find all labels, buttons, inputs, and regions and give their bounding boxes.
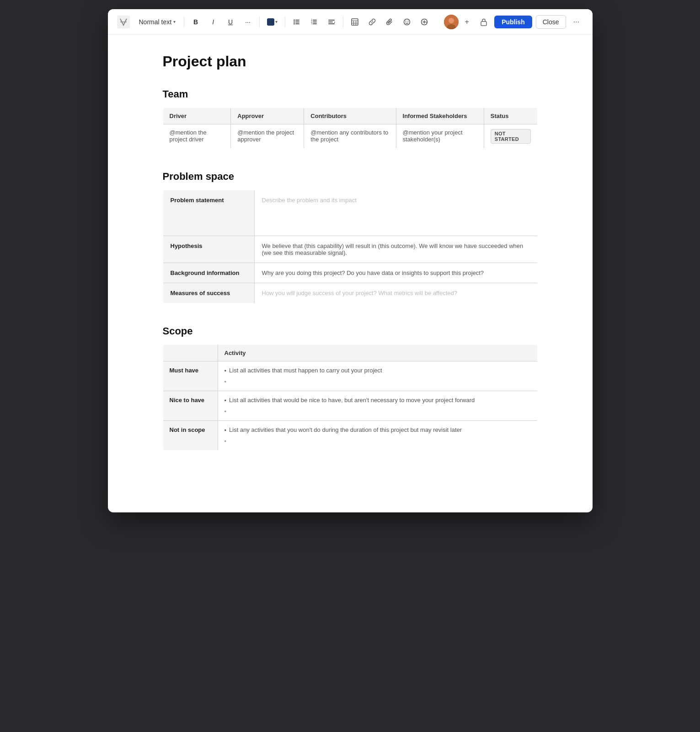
problem-statement-placeholder: Describe the problem and its impact bbox=[262, 197, 357, 204]
bullet-icon: • bbox=[224, 378, 227, 385]
svg-point-2 bbox=[294, 19, 295, 21]
problem-section: Problem space Problem statement Describe… bbox=[163, 171, 538, 303]
svg-point-25 bbox=[408, 21, 409, 22]
team-stakeholders-cell[interactable]: @mention your project stakeholder(s) bbox=[396, 124, 484, 149]
measures-label: Measures of success bbox=[163, 283, 254, 303]
team-col-contributors: Contributors bbox=[304, 108, 396, 124]
svg-rect-15 bbox=[328, 22, 333, 22]
team-table: Driver Approver Contributors Informed St… bbox=[163, 108, 538, 149]
toolbar-right: + Publish Close ··· bbox=[444, 15, 583, 29]
bullet-icon: • bbox=[224, 427, 227, 434]
avatar-image bbox=[444, 15, 459, 29]
not-in-scope-text: List any activities that you won't do du… bbox=[229, 426, 462, 433]
measures-placeholder: How you will judge success of your proje… bbox=[262, 290, 458, 296]
svg-point-23 bbox=[404, 19, 410, 25]
publish-button[interactable]: Publish bbox=[494, 16, 532, 28]
list-item: • bbox=[224, 378, 531, 385]
bullet-icon: • bbox=[224, 397, 227, 404]
bullet-icon: • bbox=[224, 438, 227, 445]
svg-rect-11 bbox=[313, 22, 317, 22]
background-label: Background information bbox=[163, 263, 254, 283]
lock-icon[interactable] bbox=[477, 15, 491, 29]
table-button[interactable] bbox=[348, 15, 362, 29]
team-status-cell[interactable]: NOT STARTED bbox=[484, 124, 537, 149]
color-swatch bbox=[267, 18, 274, 26]
text-style-selector[interactable]: Normal text ▾ bbox=[135, 16, 180, 27]
nice-to-have-cell[interactable]: • List all activities that would be nice… bbox=[218, 391, 537, 421]
svg-rect-5 bbox=[295, 22, 299, 22]
team-table-header-row: Driver Approver Contributors Informed St… bbox=[163, 108, 537, 124]
list-item: • bbox=[224, 437, 531, 445]
text-style-label: Normal text bbox=[139, 18, 172, 26]
hypothesis-cell[interactable]: We believe that (this capability) will r… bbox=[254, 236, 537, 263]
color-button[interactable]: ▾ bbox=[264, 16, 280, 27]
not-in-scope-label: Not in scope bbox=[163, 421, 218, 451]
scope-section-title: Scope bbox=[163, 325, 538, 337]
attachment-button[interactable] bbox=[383, 15, 396, 29]
list-item: • List all activities that must happen t… bbox=[224, 367, 531, 374]
table-row: Not in scope • List any activities that … bbox=[163, 421, 537, 451]
svg-marker-17 bbox=[334, 22, 335, 23]
bold-button[interactable]: B bbox=[189, 15, 203, 29]
svg-point-24 bbox=[406, 21, 406, 22]
scope-section: Scope Activity Must have • List all bbox=[163, 325, 538, 451]
team-section: Team Driver Approver Contributors Inform… bbox=[163, 88, 538, 149]
underline-button[interactable]: U bbox=[224, 15, 237, 29]
color-chevron-icon: ▾ bbox=[275, 19, 278, 24]
svg-rect-18 bbox=[352, 19, 358, 25]
must-have-cell[interactable]: • List all activities that must happen t… bbox=[218, 361, 537, 391]
editor-content: Project plan Team Driver Approver Contri… bbox=[108, 35, 593, 500]
italic-button[interactable]: I bbox=[206, 15, 220, 29]
page-title[interactable]: Project plan bbox=[163, 53, 538, 70]
svg-rect-3 bbox=[295, 20, 299, 21]
svg-point-4 bbox=[294, 21, 295, 22]
scope-empty-header bbox=[163, 345, 218, 361]
svg-rect-13 bbox=[313, 23, 317, 24]
team-col-stakeholders: Informed Stakeholders bbox=[396, 108, 484, 124]
scope-activity-header: Activity bbox=[218, 345, 537, 361]
avatar[interactable] bbox=[444, 15, 459, 29]
table-row: Problem statement Describe the problem a… bbox=[163, 190, 537, 236]
list-item: • List all activities that would be nice… bbox=[224, 397, 531, 404]
measures-cell[interactable]: How you will judge success of your proje… bbox=[254, 283, 537, 303]
bullet-list-button[interactable] bbox=[290, 15, 304, 29]
hypothesis-label: Hypothesis bbox=[163, 236, 254, 263]
chevron-down-icon: ▾ bbox=[173, 19, 176, 24]
status-badge: NOT STARTED bbox=[491, 129, 531, 144]
list-item: • bbox=[224, 408, 531, 415]
table-row: Hypothesis We believe that (this capabil… bbox=[163, 236, 537, 263]
svg-rect-7 bbox=[295, 23, 299, 24]
team-driver-cell[interactable]: @mention the project driver bbox=[163, 124, 231, 149]
toolbar: Normal text ▾ B I U ··· ▾ 1.2.3. bbox=[108, 9, 593, 35]
logo-icon[interactable] bbox=[117, 16, 130, 28]
list-item: • List any activities that you won't do … bbox=[224, 426, 531, 434]
svg-point-6 bbox=[294, 23, 295, 24]
problem-table: Problem statement Describe the problem a… bbox=[163, 190, 538, 303]
table-row: Nice to have • List all activities that … bbox=[163, 391, 537, 421]
emoji-button[interactable] bbox=[400, 15, 414, 29]
svg-rect-16 bbox=[328, 23, 335, 24]
svg-rect-14 bbox=[328, 20, 335, 21]
background-text: Why are you doing this project? Do you h… bbox=[262, 269, 484, 276]
numbered-list-button[interactable]: 1.2.3. bbox=[307, 15, 321, 29]
link-button[interactable] bbox=[365, 15, 379, 29]
more-format-button[interactable]: ··· bbox=[241, 15, 255, 29]
bullet-icon: • bbox=[224, 408, 227, 415]
scope-header-row: Activity bbox=[163, 345, 537, 361]
divider-2 bbox=[259, 16, 260, 27]
team-approver-cell[interactable]: @mention the project approver bbox=[231, 124, 304, 149]
divider-4 bbox=[343, 16, 343, 27]
table-row: Background information Why are you doing… bbox=[163, 263, 537, 283]
not-in-scope-cell[interactable]: • List any activities that you won't do … bbox=[218, 421, 537, 451]
add-collaborator-button[interactable]: + bbox=[460, 16, 473, 28]
insert-button[interactable] bbox=[417, 15, 431, 29]
team-contributors-cell[interactable]: @mention any contributors to the project bbox=[304, 124, 396, 149]
problem-section-title: Problem space bbox=[163, 171, 538, 183]
close-button[interactable]: Close bbox=[536, 15, 566, 29]
align-button[interactable] bbox=[325, 15, 338, 29]
background-cell[interactable]: Why are you doing this project? Do you h… bbox=[254, 263, 537, 283]
divider-3 bbox=[285, 16, 285, 27]
problem-statement-cell[interactable]: Describe the problem and its impact bbox=[254, 190, 537, 236]
overflow-menu-button[interactable]: ··· bbox=[570, 15, 583, 29]
svg-point-30 bbox=[449, 18, 454, 23]
